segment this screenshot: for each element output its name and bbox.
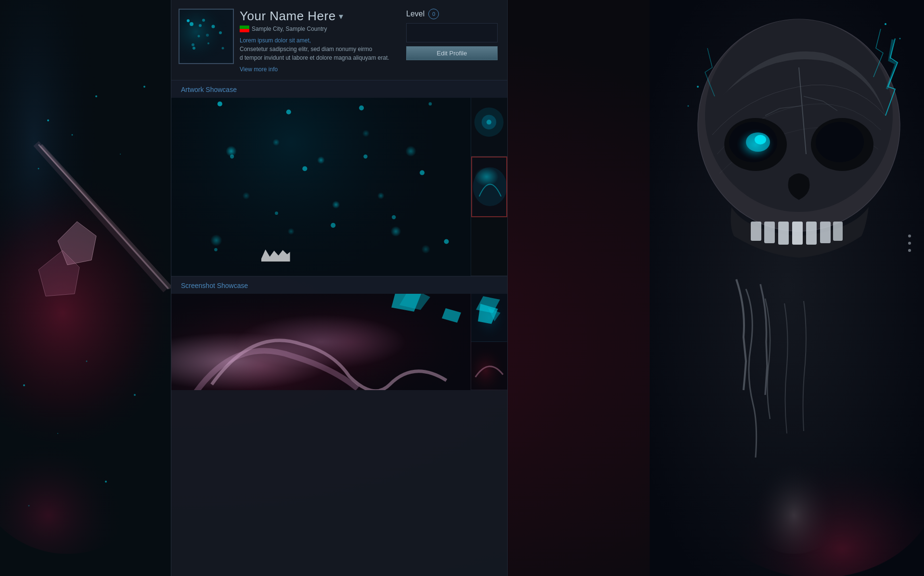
svg-point-19 bbox=[105, 481, 107, 483]
artwork-sidebar bbox=[471, 98, 507, 276]
screenshot-main-image[interactable] bbox=[171, 294, 471, 390]
svg-point-16 bbox=[86, 361, 88, 362]
svg-rect-85 bbox=[171, 294, 471, 390]
svg-point-49 bbox=[190, 22, 193, 26]
username: Your Name Here bbox=[240, 9, 336, 24]
screenshot-showcase-section: Screenshot Showcase bbox=[171, 276, 507, 390]
svg-point-39 bbox=[885, 23, 886, 25]
svg-point-40 bbox=[899, 38, 901, 39]
profile-area: Your Name Here ▾ Sample City, Sample Cou… bbox=[171, 0, 507, 80]
svg-point-46 bbox=[722, 361, 866, 554]
xp-bar-container bbox=[406, 23, 498, 42]
svg-point-74 bbox=[444, 239, 449, 244]
level-header: Level 0 bbox=[406, 9, 498, 19]
edit-profile-button[interactable]: Edit Profile bbox=[406, 46, 498, 60]
svg-point-52 bbox=[198, 35, 200, 38]
bio-line-2: d tempor invidunt ut labore et dolore ma… bbox=[240, 54, 389, 61]
svg-point-8 bbox=[95, 95, 97, 97]
screenshot-sidebar bbox=[471, 294, 507, 390]
artwork-main-image[interactable] bbox=[171, 98, 471, 276]
svg-point-63 bbox=[359, 105, 364, 110]
svg-rect-37 bbox=[833, 222, 843, 241]
level-section: Level 0 Edit Profile bbox=[406, 9, 498, 60]
svg-point-15 bbox=[23, 384, 25, 386]
level-value: 0 bbox=[432, 11, 435, 17]
svg-rect-35 bbox=[806, 222, 817, 245]
svg-point-83 bbox=[473, 168, 507, 207]
svg-point-66 bbox=[230, 155, 234, 158]
svg-rect-58 bbox=[171, 98, 471, 276]
svg-point-61 bbox=[286, 109, 291, 114]
artwork-grid bbox=[171, 98, 507, 276]
svg-point-81 bbox=[487, 119, 491, 124]
artwork-showcase-header: Artwork Showcase bbox=[171, 80, 507, 98]
svg-rect-48 bbox=[180, 10, 234, 64]
screenshot-grid bbox=[171, 294, 507, 390]
svg-point-11 bbox=[143, 86, 145, 88]
svg-point-42 bbox=[688, 105, 689, 107]
screenshot-showcase-header: Screenshot Showcase bbox=[171, 276, 507, 294]
svg-rect-87 bbox=[171, 294, 471, 390]
level-badge: 0 bbox=[428, 9, 439, 19]
avatar-image bbox=[180, 10, 233, 63]
svg-point-43 bbox=[908, 235, 911, 237]
svg-point-73 bbox=[214, 248, 218, 251]
svg-point-55 bbox=[192, 47, 195, 50]
svg-point-18 bbox=[57, 433, 58, 434]
svg-point-51 bbox=[212, 25, 215, 28]
svg-marker-88 bbox=[391, 294, 422, 312]
svg-point-70 bbox=[275, 211, 278, 215]
svg-point-68 bbox=[363, 155, 367, 158]
svg-point-65 bbox=[429, 102, 432, 105]
country-flag bbox=[240, 26, 249, 32]
level-label: Level bbox=[406, 10, 424, 18]
svg-point-50 bbox=[202, 19, 205, 22]
artwork-showcase-title: Artwork Showcase bbox=[181, 86, 237, 93]
svg-rect-33 bbox=[778, 222, 789, 245]
svg-point-44 bbox=[908, 242, 911, 245]
avatar bbox=[179, 9, 234, 64]
svg-rect-86 bbox=[171, 294, 471, 390]
svg-rect-84 bbox=[471, 217, 507, 275]
username-dropdown-icon[interactable]: ▾ bbox=[339, 11, 343, 22]
svg-rect-32 bbox=[764, 222, 775, 243]
screenshot-thumb-2[interactable] bbox=[471, 342, 507, 390]
screenshot-showcase-title: Screenshot Showcase bbox=[181, 282, 248, 289]
artwork-thumb-1[interactable] bbox=[471, 98, 507, 157]
svg-point-17 bbox=[134, 394, 136, 396]
svg-rect-34 bbox=[792, 222, 803, 245]
view-more-link[interactable]: View more info bbox=[240, 66, 500, 73]
svg-point-69 bbox=[420, 170, 424, 175]
artwork-showcase-section: Artwork Showcase bbox=[171, 80, 507, 276]
svg-point-59 bbox=[218, 102, 222, 106]
artwork-thumb-3[interactable] bbox=[471, 217, 507, 276]
svg-rect-36 bbox=[820, 222, 831, 243]
main-panel: Your Name Here ▾ Sample City, Sample Cou… bbox=[171, 0, 508, 576]
svg-point-72 bbox=[392, 215, 396, 219]
artwork-thumb-2[interactable] bbox=[471, 157, 507, 217]
background-art-left bbox=[0, 0, 171, 576]
svg-point-6 bbox=[47, 119, 49, 121]
country-text: Sample City, Sample Country bbox=[252, 26, 327, 32]
svg-point-7 bbox=[72, 134, 73, 136]
svg-point-10 bbox=[38, 168, 39, 170]
svg-point-67 bbox=[302, 166, 307, 171]
svg-point-53 bbox=[219, 31, 222, 34]
bio-line-1: Consetetur sadipscing elitr, sed diam no… bbox=[240, 46, 372, 52]
svg-point-54 bbox=[207, 42, 209, 44]
svg-point-56 bbox=[222, 47, 224, 50]
svg-rect-31 bbox=[751, 222, 761, 241]
svg-point-30 bbox=[816, 122, 864, 162]
svg-point-45 bbox=[908, 249, 911, 252]
svg-point-28 bbox=[755, 135, 766, 144]
background-art-right bbox=[650, 0, 924, 576]
svg-point-71 bbox=[331, 223, 335, 228]
screenshot-thumb-1[interactable] bbox=[471, 294, 507, 342]
svg-point-20 bbox=[28, 505, 30, 507]
svg-rect-57 bbox=[171, 98, 471, 276]
svg-point-9 bbox=[120, 154, 121, 155]
svg-marker-89 bbox=[399, 294, 430, 310]
svg-point-41 bbox=[697, 86, 699, 88]
